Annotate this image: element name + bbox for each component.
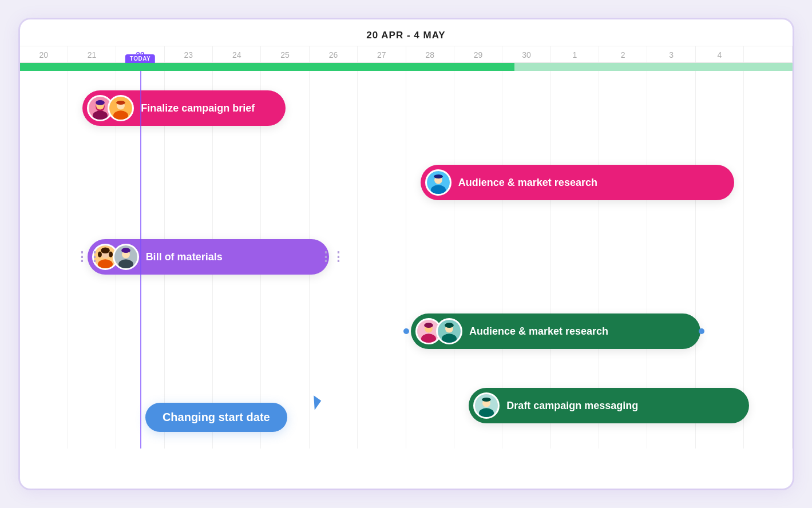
task-row-5: Draft campaign messaging: [20, 368, 793, 443]
tooltip-label: Changing start date: [163, 411, 270, 423]
svg-point-12: [434, 174, 443, 178]
svg-point-18: [109, 251, 113, 257]
bill-of-materials-label: Bill of materials: [146, 251, 223, 263]
audience-market-research-label-2: Audience & market research: [469, 326, 608, 338]
changing-start-date-tooltip: Changing start date: [145, 403, 287, 432]
audience-market-research-pill-1[interactable]: Audience & market research: [421, 165, 734, 200]
bill-avatar-2: [113, 244, 139, 270]
date-24: 24: [213, 46, 261, 62]
date-28: 28: [406, 46, 454, 62]
audience2-avatar-2: [436, 318, 462, 344]
svg-point-8: [116, 101, 125, 105]
task-row-3: ⋮⋮: [20, 220, 793, 294]
svg-point-30: [445, 323, 454, 328]
svg-point-26: [424, 323, 433, 328]
svg-point-34: [482, 398, 491, 402]
finalize-campaign-brief-pill[interactable]: Finalize campaign brief: [82, 90, 285, 126]
gantt-chart: 20 APR - 4 MAY 20 21 22 TODAY 23 24 25 2…: [20, 19, 793, 489]
date-2: 2: [599, 46, 647, 62]
draft-campaign-messaging-label: Draft campaign messaging: [506, 400, 638, 412]
audience2-avatars: [415, 318, 462, 344]
date-1: 1: [551, 46, 599, 62]
audience1-avatars: [425, 169, 451, 196]
svg-point-16: [101, 247, 110, 253]
dates-row: 20 21 22 TODAY 23 24 25 26 27 28 29 30 1…: [20, 46, 793, 63]
date-21: 21: [68, 46, 116, 62]
resize-dot-right[interactable]: [699, 328, 704, 334]
date-4: 4: [696, 46, 744, 62]
date-30: 30: [502, 46, 550, 62]
svg-point-4: [96, 100, 105, 105]
audience-market-research-pill-2[interactable]: Audience & market research: [411, 313, 700, 349]
date-range-header: 20 APR - 4 MAY: [20, 19, 793, 46]
finalize-avatars: [87, 95, 134, 121]
drag-handle-right[interactable]: ⋮⋮: [319, 249, 344, 264]
bill-of-materials-pill[interactable]: Bill of materials: [88, 239, 329, 275]
date-29: 29: [454, 46, 502, 62]
date-25: 25: [261, 46, 309, 62]
today-badge: TODAY: [125, 54, 155, 63]
today-line: [140, 71, 141, 449]
avatar-2: [108, 95, 134, 121]
date-20: 20: [20, 46, 68, 62]
progress-filled: [20, 63, 514, 71]
task-row-4: Audience & market research: [20, 294, 793, 368]
draft-avatars: [473, 392, 500, 419]
svg-point-22: [121, 248, 130, 253]
resize-dot-left[interactable]: [403, 328, 409, 334]
date-end: [744, 46, 792, 62]
date-22: 22 TODAY: [116, 46, 164, 62]
date-range-label: 20 APR - 4 MAY: [366, 30, 445, 41]
draft-campaign-messaging-pill[interactable]: Draft campaign messaging: [469, 388, 748, 423]
date-27: 27: [358, 46, 406, 62]
finalize-label: Finalize campaign brief: [141, 102, 255, 114]
date-26: 26: [310, 46, 358, 62]
task-row-1: Finalize campaign brief: [20, 71, 793, 145]
progress-bar: [20, 63, 793, 71]
task-row-2: Audience & market research: [20, 145, 793, 220]
gantt-body: Finalize campaign brief Audience & m: [20, 71, 793, 449]
draft-avatar-1: [473, 392, 500, 419]
audience-market-research-label-1: Audience & market research: [458, 177, 597, 189]
date-23: 23: [165, 46, 213, 62]
progress-remaining: [514, 63, 793, 71]
date-3: 3: [647, 46, 695, 62]
drag-handle-left[interactable]: ⋮⋮: [76, 249, 101, 264]
audience1-avatar-1: [425, 169, 451, 196]
